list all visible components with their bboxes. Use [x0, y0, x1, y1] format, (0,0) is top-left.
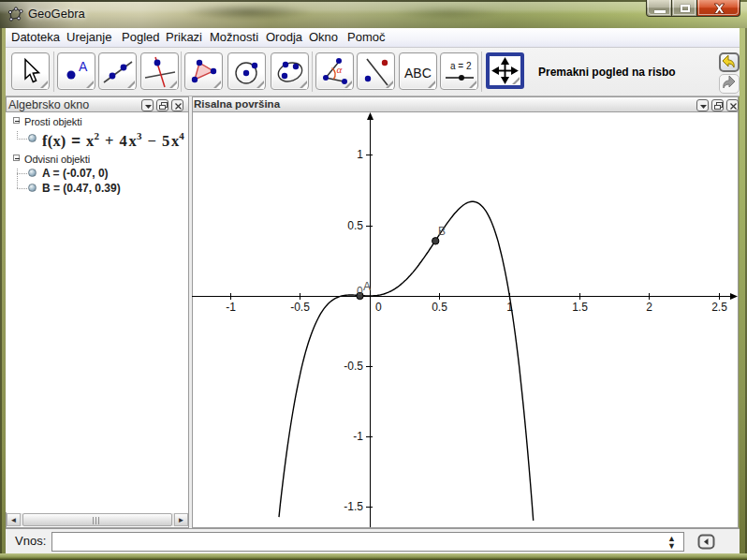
svg-text:-0.5: -0.5 [344, 360, 363, 373]
svg-text:2.5: 2.5 [711, 301, 727, 314]
svg-text:2: 2 [646, 301, 652, 314]
svg-text:-1.5: -1.5 [344, 500, 363, 513]
svg-text:ABC: ABC [404, 66, 432, 81]
svg-text:0.5: 0.5 [347, 219, 363, 232]
svg-text:0: 0 [375, 301, 382, 314]
svg-text:α: α [337, 64, 343, 75]
svg-text:-0.5: -0.5 [290, 301, 310, 314]
svg-text:0.5: 0.5 [432, 301, 447, 314]
svg-text:B: B [438, 225, 446, 238]
svg-text:A: A [79, 59, 88, 74]
svg-text:1: 1 [357, 148, 363, 161]
svg-text:0: 0 [357, 285, 363, 298]
svg-text:-1: -1 [353, 430, 363, 443]
svg-text:A: A [363, 280, 371, 293]
svg-text:1.5: 1.5 [572, 301, 588, 314]
svg-text:a = 2: a = 2 [450, 61, 472, 71]
svg-text:-1: -1 [226, 301, 236, 314]
